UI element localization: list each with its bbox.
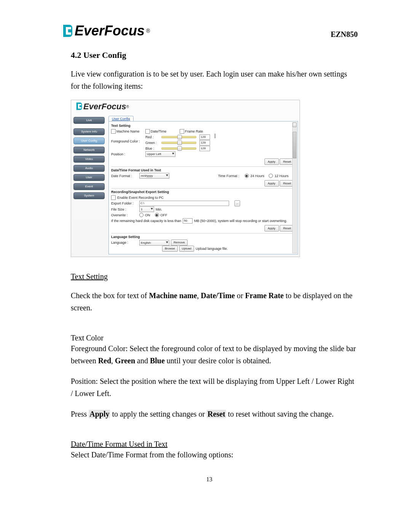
browse-folder-button[interactable]: ... xyxy=(234,200,240,206)
brand-text: EverFocus xyxy=(75,23,145,39)
label-file-size-unit: Min. xyxy=(156,208,162,211)
input-capacity[interactable]: 50 xyxy=(183,218,193,224)
dropdown-file-size[interactable]: 1 xyxy=(139,206,154,212)
slider-blue[interactable] xyxy=(161,147,196,150)
color-swatch xyxy=(215,134,215,138)
label-foreground-color: Foreground Color : xyxy=(111,134,144,143)
model-number: EZN850 xyxy=(331,30,358,39)
screenshot: EverFocus ® Live System Info User Config… xyxy=(71,100,300,257)
radio-12-hours[interactable] xyxy=(269,174,273,178)
label-file-size: File Size : xyxy=(111,208,138,211)
section-heading: 4.2 User Config xyxy=(71,50,358,60)
heading-text-setting: Text Setting xyxy=(71,272,358,281)
value-green[interactable]: 128 xyxy=(199,140,210,145)
shot-brand-text: EverFocus xyxy=(83,102,126,112)
checkbox-machine-name[interactable] xyxy=(111,129,116,134)
sidebar-item-network[interactable]: Network xyxy=(73,147,105,153)
sidebar-item-user[interactable]: User xyxy=(73,174,105,181)
radio-overwrite-on[interactable] xyxy=(139,213,143,217)
label-blue: Blue : xyxy=(145,147,158,150)
checkbox-date-time[interactable] xyxy=(145,129,150,134)
shot-brand-icon xyxy=(75,102,83,111)
paragraph-text-setting: Check the box for text of Machine name, … xyxy=(71,289,358,314)
dropdown-date-format[interactable]: m/d/yyyy xyxy=(139,173,169,179)
paragraph-foreground-color: Foreground Color: Select the foreground … xyxy=(71,342,358,367)
label-capacity-a: If the remaining hard disk capacity is l… xyxy=(111,219,181,223)
radio-24-hours[interactable] xyxy=(245,174,249,178)
label-24-hours: 24 Hours xyxy=(250,174,264,178)
group-datetime-format: Date/Time Format Used in Text xyxy=(111,168,295,172)
group-recording-export: Recording/Snapshot Export Setting xyxy=(111,190,295,194)
label-enable-recording: Enable Event Recording to PC xyxy=(117,196,164,200)
upload-button[interactable]: Upload xyxy=(179,246,194,252)
sidebar-item-user-config[interactable]: User Config xyxy=(73,137,105,144)
group-language: Language Setting xyxy=(111,235,295,239)
label-12-hours: 12 Hours xyxy=(274,174,288,178)
label-overwrite: Overwrite : xyxy=(111,213,138,217)
brand-icon xyxy=(61,24,75,38)
paragraph-position: Position: Select the position where the … xyxy=(71,375,358,399)
scrollbar[interactable] xyxy=(292,122,297,253)
tab-user-config[interactable]: User Config xyxy=(108,116,134,121)
sidebar: Live System Info User Config Network Vid… xyxy=(71,115,107,257)
dropdown-language[interactable]: English xyxy=(139,240,169,246)
label-green: Green : xyxy=(145,141,158,145)
sidebar-item-event[interactable]: Event xyxy=(73,183,105,190)
remove-button[interactable]: Remove xyxy=(171,240,188,246)
heading-text-color: Text Color xyxy=(71,334,358,342)
sidebar-item-system[interactable]: System xyxy=(73,192,105,199)
sidebar-item-video[interactable]: Video xyxy=(73,156,105,163)
slider-green[interactable] xyxy=(161,142,196,144)
label-language: Language : xyxy=(111,241,138,244)
svg-rect-2 xyxy=(66,32,71,35)
input-export-folder[interactable]: C:\ xyxy=(139,201,229,206)
checkbox-frame-rate[interactable] xyxy=(180,129,184,134)
value-blue[interactable]: 128 xyxy=(199,146,210,151)
paragraph-datetime-format: Select Date/Time Format from the followi… xyxy=(71,449,358,461)
scroll-up-icon[interactable] xyxy=(293,123,296,127)
intro-paragraph: Live view configuration is to be set by … xyxy=(71,68,358,92)
label-date-format: Date Format : xyxy=(111,174,138,178)
paragraph-apply-reset: Press Apply to apply the setting changes… xyxy=(71,408,358,420)
apply-button[interactable]: Apply xyxy=(264,158,279,165)
brand-logo: EverFocus ® xyxy=(61,23,150,39)
label-machine-name: Machine Name xyxy=(116,129,140,133)
radio-overwrite-off[interactable] xyxy=(155,213,159,217)
label-overwrite-on: ON xyxy=(145,213,150,217)
label-export-folder: Export Folder : xyxy=(111,201,138,205)
shot-registered-mark: ® xyxy=(126,105,129,109)
sidebar-item-audio[interactable]: Audio xyxy=(73,165,105,172)
sidebar-item-live[interactable]: Live xyxy=(73,117,105,124)
svg-rect-1 xyxy=(66,27,71,29)
sidebar-item-system-info[interactable]: System Info xyxy=(73,128,105,135)
label-time-format: Time Format : xyxy=(218,174,243,178)
label-date-time: Date/Time xyxy=(151,129,166,133)
page-number: 13 xyxy=(61,476,358,483)
label-red: Red : xyxy=(145,135,158,139)
group-text-setting: Text Setting xyxy=(111,124,295,128)
scroll-thumb[interactable] xyxy=(293,132,296,158)
label-position: Position : xyxy=(111,152,144,156)
svg-rect-4 xyxy=(78,104,81,105)
label-capacity-b: MB (50~2000), system will stop recording… xyxy=(194,219,287,223)
dropdown-position[interactable]: Upper Left xyxy=(145,151,175,157)
slider-red[interactable] xyxy=(161,136,196,138)
apply-button[interactable]: Apply xyxy=(264,180,279,187)
heading-datetime-format: Date/Time Format Used in Text xyxy=(71,440,358,449)
label-upload-hint: Upload language file. xyxy=(196,247,228,251)
registered-mark: ® xyxy=(146,28,150,34)
value-red[interactable]: 128 xyxy=(199,134,210,140)
browse-button[interactable]: Browse xyxy=(162,246,178,252)
label-frame-rate: Frame Rate xyxy=(185,129,203,133)
label-overwrite-off: OFF xyxy=(161,213,167,217)
apply-button[interactable]: Apply xyxy=(264,225,279,232)
checkbox-enable-recording[interactable] xyxy=(111,195,116,200)
svg-rect-5 xyxy=(78,107,81,109)
